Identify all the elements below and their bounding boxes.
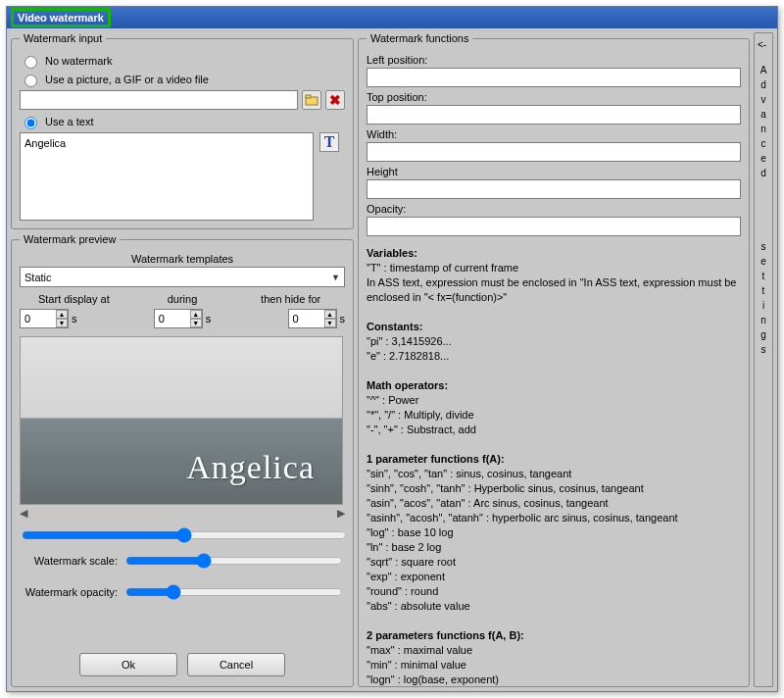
width-input[interactable] bbox=[367, 142, 741, 162]
start-display-label: Start display at bbox=[20, 293, 128, 305]
watermark-preview-group: Watermark preview Watermark templates St… bbox=[11, 233, 354, 687]
left-position-input[interactable] bbox=[367, 68, 741, 87]
next-frame-button[interactable]: ▶ bbox=[337, 507, 345, 520]
radio-use-text[interactable] bbox=[24, 117, 37, 129]
scale-slider[interactable] bbox=[125, 553, 343, 569]
scale-label: Watermark scale: bbox=[20, 555, 118, 567]
opacity-slider[interactable] bbox=[125, 584, 343, 600]
video-watermark-dialog: Video watermark Watermark input No water… bbox=[6, 6, 778, 692]
unit-s: s bbox=[72, 313, 77, 324]
preview-watermark-text: Angelica bbox=[186, 449, 315, 486]
collapse-arrow-icon: <- bbox=[758, 39, 766, 50]
unit-s: s bbox=[340, 313, 346, 324]
help-text: Variables: "T" : timestamp of current fr… bbox=[367, 246, 741, 687]
watermark-input-legend: Watermark input bbox=[20, 32, 106, 44]
close-icon: ✖ bbox=[329, 92, 341, 108]
text-style-button[interactable]: T bbox=[319, 132, 339, 152]
chevron-down-icon: ▼ bbox=[331, 273, 340, 282]
preview-canvas: Angelica bbox=[20, 336, 343, 505]
height-input[interactable] bbox=[367, 179, 741, 199]
ok-button[interactable]: Ok bbox=[79, 653, 177, 676]
prev-frame-button[interactable]: ◀ bbox=[20, 507, 27, 520]
during-label: during bbox=[128, 293, 237, 305]
watermark-input-group: Watermark input No watermark Use a pictu… bbox=[11, 32, 354, 229]
timeline-slider[interactable] bbox=[22, 527, 347, 543]
watermark-text-input[interactable] bbox=[20, 132, 314, 221]
templates-label: Watermark templates bbox=[20, 253, 345, 265]
hide-label: then hide for bbox=[236, 293, 345, 305]
clear-file-button[interactable]: ✖ bbox=[325, 90, 345, 110]
svg-rect-1 bbox=[306, 95, 311, 98]
watermark-file-input[interactable] bbox=[20, 90, 298, 110]
advanced-settings-label: Advancedsettings bbox=[755, 63, 772, 357]
window-title: Video watermark bbox=[11, 8, 111, 27]
left-position-label: Left position: bbox=[367, 54, 741, 66]
watermark-functions-legend: Watermark functions bbox=[367, 32, 472, 44]
radio-no-watermark-label: No watermark bbox=[45, 55, 112, 67]
advanced-settings-tab[interactable]: <- Advancedsettings bbox=[754, 32, 773, 687]
watermark-preview-legend: Watermark preview bbox=[20, 233, 120, 245]
width-label: Width: bbox=[367, 128, 741, 140]
opacity-fn-input[interactable] bbox=[367, 217, 741, 236]
templates-combo-value: Static bbox=[24, 272, 52, 283]
radio-use-file-label: Use a picture, a GIF or a video file bbox=[45, 74, 209, 85]
radio-no-watermark[interactable] bbox=[24, 56, 37, 69]
radio-use-file[interactable] bbox=[24, 75, 37, 87]
cancel-button[interactable]: Cancel bbox=[187, 653, 285, 676]
opacity-fn-label: Opacity: bbox=[367, 203, 741, 215]
templates-combo[interactable]: Static ▼ bbox=[20, 267, 345, 287]
top-position-label: Top position: bbox=[367, 91, 741, 103]
unit-s: s bbox=[206, 313, 212, 324]
opacity-label: Watermark opacity: bbox=[20, 586, 118, 598]
watermark-functions-group: Watermark functions Left position: Top p… bbox=[358, 32, 750, 687]
height-label: Height bbox=[367, 166, 741, 177]
radio-use-text-label: Use a text bbox=[45, 116, 94, 127]
browse-file-button[interactable] bbox=[302, 90, 321, 110]
top-position-input[interactable] bbox=[367, 105, 741, 125]
titlebar[interactable]: Video watermark bbox=[7, 7, 777, 28]
